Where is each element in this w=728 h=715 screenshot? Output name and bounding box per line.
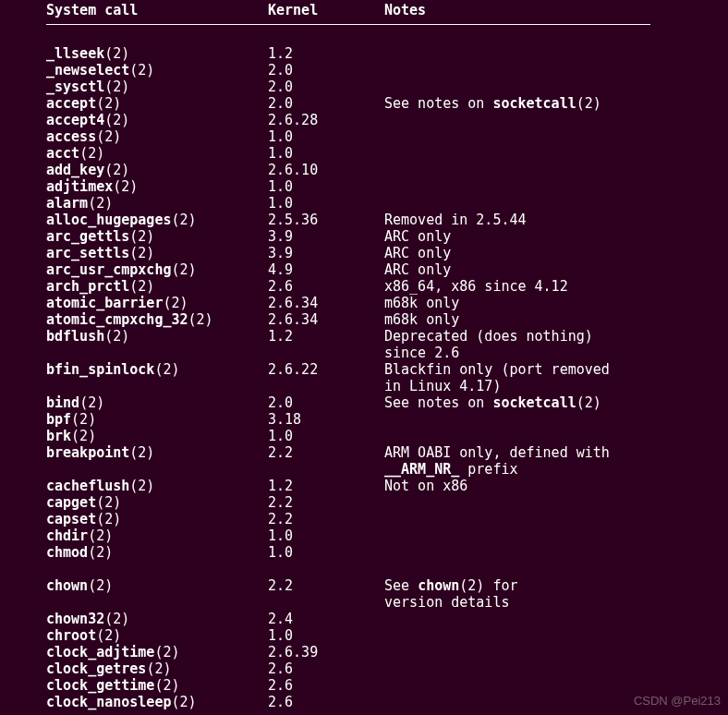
kernel-version: 2.6.28 (268, 112, 384, 128)
syscall-name: acct (46, 145, 79, 162)
kernel-version: 3.18 (268, 411, 384, 428)
kernel-version: 1.2 (268, 478, 384, 494)
table-row: alarm(2)1.0 (46, 195, 728, 212)
table-row: clock_gettime(2)2.6 (46, 677, 728, 694)
table-row: in Linux 4.17) (46, 378, 728, 394)
table-row: breakpoint(2)2.2ARM OABI only, defined w… (46, 444, 728, 461)
syscall-name: alarm (46, 195, 88, 212)
kernel-version: 2.2 (268, 444, 384, 461)
syscall-name: clock_adjtime (46, 644, 154, 660)
syscall-section: (2) (96, 95, 121, 112)
kernel-version: 1.2 (268, 328, 384, 345)
note-text: since 2.6 (384, 345, 689, 361)
table-row: bind(2)2.0See notes on socketcall(2) (46, 394, 728, 411)
syscall-section: (2) (104, 79, 129, 95)
syscall-section: (2) (96, 511, 121, 527)
syscall-name: clock_nanosleep (46, 694, 171, 710)
syscall-cell: arc_usr_cmpxchg(2) (46, 261, 268, 278)
table-row: access(2)1.0 (46, 128, 728, 145)
syscall-name: alloc_hugepages (46, 212, 171, 228)
note-text: Blackfin only (port removed (384, 361, 689, 378)
kernel-version: 2.2 (268, 494, 384, 511)
syscall-section: (2) (129, 228, 154, 245)
table-row: _sysctl(2)2.0 (46, 79, 728, 95)
syscall-section: (2) (129, 444, 154, 461)
syscall-cell: breakpoint(2) (46, 444, 268, 461)
syscall-cell (46, 378, 268, 394)
kernel-version: 1.2 (268, 45, 384, 62)
syscall-cell: arc_settls(2) (46, 245, 268, 261)
syscall-name: atomic_cmpxchg_32 (46, 311, 188, 328)
note-text: __ARM_NR_ prefix (384, 461, 689, 478)
syscall-cell: chroot(2) (46, 627, 268, 644)
kernel-version: 2.6.22 (268, 361, 384, 378)
syscall-name: brk (46, 428, 71, 444)
table-row: bdflush(2)1.2Deprecated (does nothing) (46, 328, 728, 345)
syscall-section: (2) (96, 128, 121, 145)
syscall-cell: atomic_cmpxchg_32(2) (46, 311, 268, 328)
syscall-section: (2) (104, 328, 129, 345)
syscall-cell: chown(2) (46, 577, 268, 594)
kernel-version: 2.0 (268, 62, 384, 79)
syscall-section: (2) (188, 311, 213, 328)
syscall-name: chroot (46, 627, 96, 644)
syscall-section: (2) (88, 195, 113, 212)
table-row: capget(2)2.2 (46, 494, 728, 511)
syscall-section: (2) (88, 577, 113, 594)
kernel-version: 1.0 (268, 145, 384, 162)
syscall-cell: brk(2) (46, 428, 268, 444)
kernel-version: 2.6.34 (268, 311, 384, 328)
table-row: accept(2)2.0See notes on socketcall(2) (46, 95, 728, 112)
note-text: version details (384, 594, 689, 611)
syscall-cell: bdflush(2) (46, 328, 268, 345)
note-text: m68k only (384, 311, 689, 328)
kernel-version: 2.6.34 (268, 295, 384, 311)
table-row: atomic_barrier(2)2.6.34m68k only (46, 295, 728, 311)
syscall-name: chown (46, 577, 88, 594)
syscall-cell: _llseek(2) (46, 45, 268, 62)
header-system-call: System call (46, 2, 268, 18)
note-text: ARC only (384, 261, 689, 278)
kernel-version: 2.0 (268, 95, 384, 112)
syscall-cell: clock_nanosleep(2) (46, 694, 268, 710)
note-text: Not on x86 (384, 478, 689, 494)
syscall-cell: bfin_spinlock(2) (46, 361, 268, 378)
kernel-version: 2.2 (268, 511, 384, 527)
kernel-version: 2.0 (268, 394, 384, 411)
kernel-version: 2.6.39 (268, 644, 384, 660)
syscall-cell: _sysctl(2) (46, 79, 268, 95)
syscall-cell: accept4(2) (46, 112, 268, 128)
table-row: chown32(2)2.4 (46, 611, 728, 627)
syscall-section: (2) (171, 261, 196, 278)
syscall-section: (2) (71, 411, 96, 428)
table-row: atomic_cmpxchg_32(2)2.6.34m68k only (46, 311, 728, 328)
syscall-name: clock_getres (46, 660, 146, 677)
syscall-cell: bind(2) (46, 394, 268, 411)
kernel-version (268, 345, 384, 361)
syscall-name: arc_usr_cmpxchg (46, 261, 171, 278)
header-rule (46, 24, 650, 25)
table-row: capset(2)2.2 (46, 511, 728, 527)
syscall-name: adjtimex (46, 178, 113, 195)
syscall-section: (2) (146, 660, 171, 677)
kernel-version: 1.0 (268, 527, 384, 544)
table-body: _llseek(2)1.2_newselect(2)2.0_sysctl(2)2… (46, 45, 728, 710)
table-row: acct(2)1.0 (46, 145, 728, 162)
kernel-version: 1.0 (268, 544, 384, 561)
note-text: x86_64, x86 since 4.12 (384, 278, 689, 295)
syscall-section: (2) (104, 112, 129, 128)
watermark: CSDN @Pei213 (634, 693, 721, 709)
syscall-section: (2) (163, 295, 188, 311)
header-notes: Notes (384, 2, 689, 18)
note-text: Deprecated (does nothing) (384, 328, 689, 345)
kernel-version: 1.0 (268, 428, 384, 444)
syscall-name: _sysctl (46, 79, 104, 95)
syscall-section: (2) (113, 178, 138, 195)
note-text: ARC only (384, 245, 689, 261)
table-row: clock_getres(2)2.6 (46, 660, 728, 677)
syscall-name: chdir (46, 527, 88, 544)
syscall-cell: _newselect(2) (46, 62, 268, 79)
kernel-version: 2.6 (268, 677, 384, 694)
syscall-name: bind (46, 394, 79, 411)
kernel-version: 2.0 (268, 79, 384, 95)
